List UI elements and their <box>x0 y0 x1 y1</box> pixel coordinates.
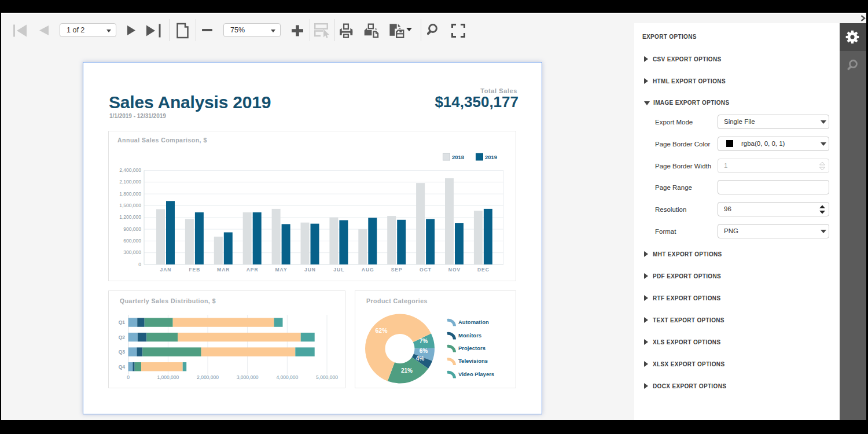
svg-text:1,800,000: 1,800,000 <box>119 191 141 197</box>
svg-text:Projectors: Projectors <box>458 345 486 351</box>
svg-text:Product Categories: Product Categories <box>366 297 428 304</box>
svg-text:AUG: AUG <box>362 267 374 273</box>
svg-text:MAY: MAY <box>275 267 288 273</box>
svg-text:Monitors: Monitors <box>458 332 481 339</box>
svg-text:1,500,000: 1,500,000 <box>119 203 141 208</box>
svg-text:600,000: 600,000 <box>123 238 141 244</box>
svg-text:900,000: 900,000 <box>123 226 141 232</box>
svg-text:Q2: Q2 <box>119 334 126 340</box>
svg-text:APR: APR <box>247 267 259 273</box>
svg-text:1,200,000: 1,200,000 <box>119 214 141 220</box>
svg-text:Q4: Q4 <box>119 364 126 370</box>
svg-text:Q1: Q1 <box>119 319 126 325</box>
svg-text:2018: 2018 <box>452 154 464 160</box>
svg-text:Televisions: Televisions <box>458 358 488 364</box>
svg-text:JAN: JAN <box>160 267 171 273</box>
svg-text:Q3: Q3 <box>119 349 126 355</box>
svg-text:4%: 4% <box>416 355 425 362</box>
svg-text:SEP: SEP <box>391 267 403 273</box>
svg-text:NOV: NOV <box>448 267 461 273</box>
svg-text:2,000,000: 2,000,000 <box>197 374 219 380</box>
svg-text:21%: 21% <box>401 367 413 374</box>
svg-text:FEB: FEB <box>189 267 200 273</box>
svg-text:Video Players: Video Players <box>458 371 494 377</box>
svg-text:Annual Sales Comparison, $: Annual Sales Comparison, $ <box>117 137 207 144</box>
svg-text:2019: 2019 <box>485 154 497 160</box>
svg-text:62%: 62% <box>375 327 388 334</box>
svg-text:1,000,000: 1,000,000 <box>157 374 179 380</box>
svg-text:3,000,000: 3,000,000 <box>237 374 259 380</box>
svg-text:6%: 6% <box>420 348 428 354</box>
svg-text:0: 0 <box>127 374 130 380</box>
svg-text:2,400,000: 2,400,000 <box>119 167 141 173</box>
svg-text:2,100,000: 2,100,000 <box>119 179 141 185</box>
svg-text:JUN: JUN <box>304 267 316 273</box>
svg-text:MAR: MAR <box>217 267 230 273</box>
svg-text:5,000,000: 5,000,000 <box>316 374 338 380</box>
svg-text:0: 0 <box>138 262 141 267</box>
svg-text:4,000,000: 4,000,000 <box>276 374 298 380</box>
svg-text:OCT: OCT <box>420 267 432 273</box>
svg-text:Automation: Automation <box>458 319 489 325</box>
svg-text:7%: 7% <box>420 338 428 344</box>
svg-text:DEC: DEC <box>477 267 490 273</box>
svg-text:JUL: JUL <box>333 267 344 273</box>
svg-text:Quarterly Sales Distribution,: Quarterly Sales Distribution, $ <box>120 297 216 304</box>
svg-text:300,000: 300,000 <box>123 249 141 255</box>
